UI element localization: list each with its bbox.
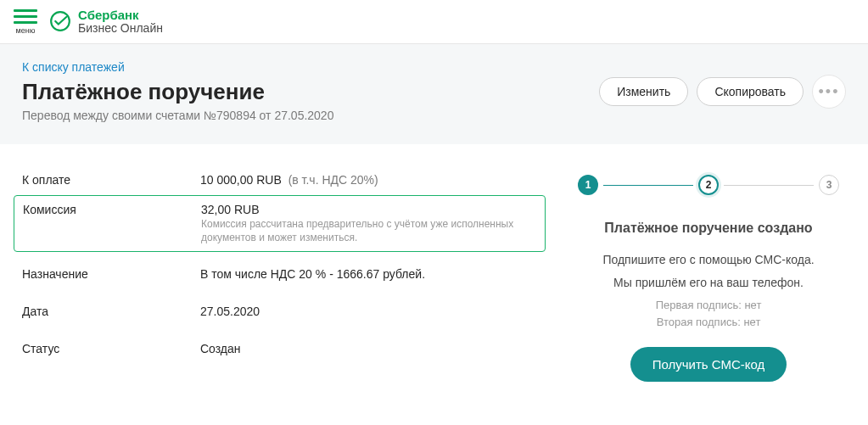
action-bar: Изменить Скопировать ••• xyxy=(599,75,846,109)
page-header-area: К списку платежей Платёжное поручение Пе… xyxy=(0,44,868,144)
hamburger-icon xyxy=(14,9,37,24)
fee-note: Комиссия рассчитана предварительно с учё… xyxy=(201,218,536,244)
details-column: К оплате 10 000,00 RUB (в т.ч. НДС 20%) … xyxy=(22,166,537,382)
page-title: Платёжное поручение xyxy=(22,79,333,105)
wizard-column: 1 2 3 Платёжное поручение создано Подпиш… xyxy=(571,166,846,382)
wizard-title: Платёжное поручение создано xyxy=(571,221,846,236)
brand-text: Сбербанк Бизнес Онлайн xyxy=(78,8,163,36)
amount-suffix: (в т.ч. НДС 20%) xyxy=(288,173,378,187)
wizard-text-1: Подпишите его с помощью СМС-кода. xyxy=(571,251,846,269)
signature-1: Первая подпись: нет xyxy=(571,297,846,314)
step-1: 1 xyxy=(578,175,598,195)
back-link[interactable]: К списку платежей xyxy=(22,60,125,74)
amount-label: К оплате xyxy=(22,173,200,187)
menu-label: меню xyxy=(16,26,36,35)
status-value: Создан xyxy=(200,342,537,355)
brand-bottom: Бизнес Онлайн xyxy=(78,22,163,35)
purpose-label: Назначение xyxy=(22,267,200,281)
detail-row-purpose: Назначение В том числе НДС 20 % - 1666.6… xyxy=(22,260,537,288)
svg-point-0 xyxy=(51,13,70,31)
detail-row-fee: Комиссия 32,00 RUB xyxy=(23,203,536,216)
wizard-text-2: Мы пришлём его на ваш телефон. xyxy=(571,274,846,292)
menu-button[interactable]: меню xyxy=(14,9,37,35)
step-line-1 xyxy=(603,185,693,186)
more-actions-button[interactable]: ••• xyxy=(812,75,846,109)
content-area: К оплате 10 000,00 RUB (в т.ч. НДС 20%) … xyxy=(0,144,868,404)
step-2: 2 xyxy=(698,175,719,195)
get-sms-code-button[interactable]: Получить СМС-код xyxy=(630,347,787,382)
detail-row-amount: К оплате 10 000,00 RUB (в т.ч. НДС 20%) xyxy=(22,166,537,193)
purpose-value: В том числе НДС 20 % - 1666.67 рублей. xyxy=(200,267,537,281)
sberbank-logo-icon xyxy=(49,10,71,32)
detail-row-date: Дата 27.05.2020 xyxy=(22,298,537,325)
ellipsis-icon: ••• xyxy=(819,83,840,101)
copy-button[interactable]: Скопировать xyxy=(697,77,804,106)
amount-value-text: 10 000,00 RUB xyxy=(200,173,282,187)
fee-label: Комиссия xyxy=(23,203,201,216)
date-label: Дата xyxy=(22,305,200,318)
brand-logo[interactable]: Сбербанк Бизнес Онлайн xyxy=(49,8,163,36)
app-header: меню Сбербанк Бизнес Онлайн xyxy=(0,0,868,44)
fee-value: 32,00 RUB xyxy=(201,203,536,216)
status-label: Статус xyxy=(22,342,200,355)
signature-2: Вторая подпись: нет xyxy=(571,314,846,331)
date-value: 27.05.2020 xyxy=(200,305,537,318)
detail-row-status: Статус Создан xyxy=(22,335,537,362)
amount-value: 10 000,00 RUB (в т.ч. НДС 20%) xyxy=(200,173,537,187)
step-3: 3 xyxy=(819,175,839,195)
step-line-2 xyxy=(724,185,814,186)
stepper: 1 2 3 xyxy=(571,175,846,195)
brand-top: Сбербанк xyxy=(78,8,163,23)
edit-button[interactable]: Изменить xyxy=(599,77,688,106)
page-subtitle: Перевод между своими счетами №790894 от … xyxy=(22,109,333,122)
fee-highlight-box: Комиссия 32,00 RUB Комиссия рассчитана п… xyxy=(14,195,546,252)
